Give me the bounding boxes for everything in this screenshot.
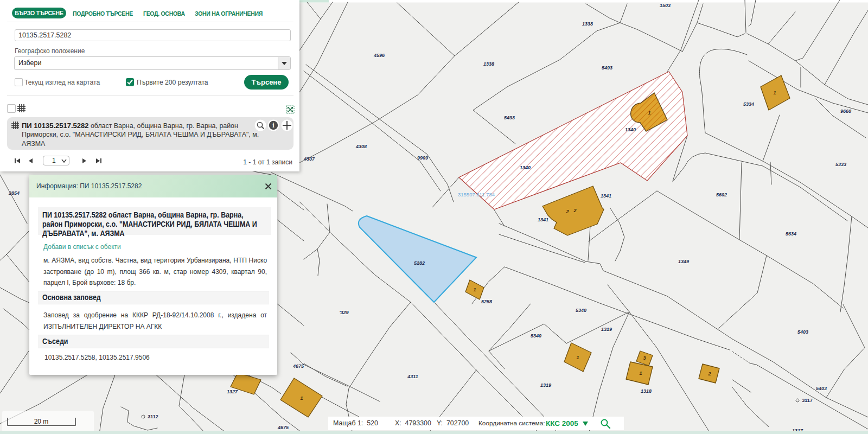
svg-text:2854: 2854 [8,190,20,196]
svg-text:1: 1 [648,110,650,116]
svg-text:2: 2 [707,371,711,376]
svg-text:4675: 4675 [277,425,289,430]
svg-text:3112: 3112 [148,414,158,419]
svg-text:5340: 5340 [576,308,586,313]
svg-text:5258: 5258 [481,299,492,304]
svg-text:20 m: 20 m [34,418,49,425]
svg-text:5634: 5634 [786,231,796,237]
svg-text:1319: 1319 [601,327,612,332]
svg-text:1349: 1349 [678,259,689,264]
svg-text:3117: 3117 [802,398,813,403]
svg-text:1341: 1341 [538,217,548,222]
svg-text:315507.611.784: 315507.611.784 [458,192,495,197]
svg-text:1: 1 [473,287,476,292]
svg-text:1340: 1340 [625,127,636,132]
svg-text:9660: 9660 [840,108,851,114]
svg-text:1: 1 [639,371,642,376]
svg-text:5403: 5403 [816,386,827,391]
svg-text:4308: 4308 [355,144,367,149]
svg-text:1: 1 [576,355,579,360]
svg-text:3: 3 [643,355,646,361]
svg-text:5334: 5334 [743,101,754,107]
svg-text:5282: 5282 [414,260,425,266]
svg-text:1341: 1341 [601,193,611,199]
svg-text:4311: 4311 [407,374,418,379]
svg-text:1319: 1319 [540,382,551,388]
svg-text:1: 1 [773,90,776,95]
svg-text:9909: 9909 [417,155,428,161]
svg-text:1340: 1340 [520,165,531,170]
svg-text:1318: 1318 [641,388,652,394]
svg-text:'329: '329 [339,310,348,315]
svg-text:1327: 1327 [227,389,238,394]
svg-text:4307: 4307 [303,156,315,162]
svg-text:1338: 1338 [582,21,593,27]
svg-text:4675: 4675 [292,363,304,369]
svg-text:5493: 5493 [504,115,515,120]
svg-text:2: 2 [573,208,576,213]
svg-text:5340: 5340 [531,333,541,339]
svg-text:5602: 5602 [716,192,727,197]
svg-text:5493: 5493 [602,65,612,71]
svg-text:1338: 1338 [483,61,494,67]
svg-text:4596: 4596 [373,53,385,58]
svg-text:5333: 5333 [835,162,846,167]
svg-text:2: 2 [565,209,569,214]
svg-text:1: 1 [300,395,303,401]
svg-text:5403: 5403 [797,329,808,335]
svg-text:1503: 1503 [660,3,671,8]
